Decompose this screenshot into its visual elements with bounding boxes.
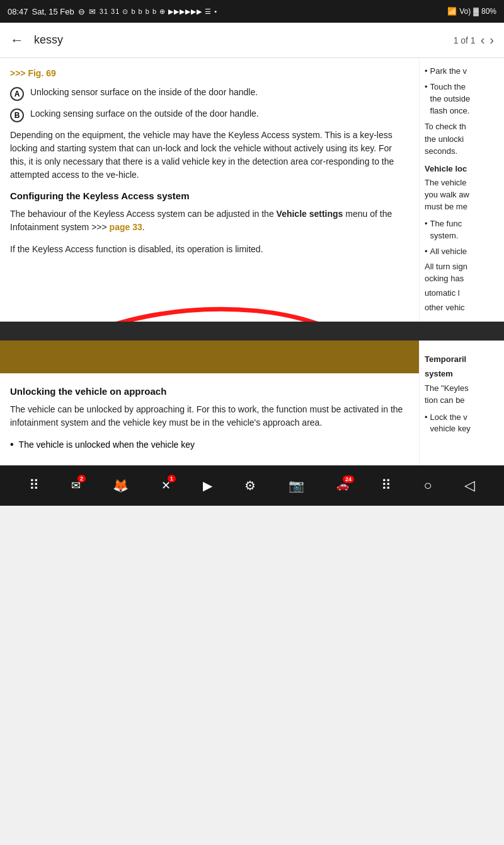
play-icon[interactable]: ▶ (203, 478, 212, 493)
right-bullet-all-vehicle: • All vehicle (425, 246, 499, 258)
right-column-1: • Park the v • Touch the the outside fla… (419, 58, 504, 322)
right-heading-vehicle-loc: Vehicle loc (425, 163, 499, 175)
right-bullet-park: • Park the v (425, 66, 499, 78)
battery-indicator: ▓ (473, 7, 479, 16)
right2-bullet-lock: • Lock the v vehicle key (425, 412, 499, 436)
second-section-heading: Unlocking the vehicle on approach (10, 386, 409, 397)
body-text-2-start: The behaviour of the Keyless Access syst… (10, 209, 277, 219)
app-icon-8[interactable]: 🚗 24 (336, 479, 349, 491)
date: Sat, 15 Feb (32, 7, 74, 16)
home-button[interactable]: ○ (424, 477, 432, 494)
list-item-b: B Locking sensing surface on the outside… (10, 107, 409, 122)
twitter-icon[interactable]: ✕ 1 (161, 479, 171, 492)
right-bullet-func: • The func system. (425, 218, 499, 242)
second-page-left-content: Unlocking the vehicle on approach The ve… (0, 373, 419, 465)
svg-point-0 (3, 298, 388, 322)
marker-a: A (10, 87, 24, 101)
first-page-content: >>> Fig. 69 A Unlocking sensor surface o… (0, 58, 419, 322)
status-left: 08:47 Sat, 15 Feb ⊖ ✉ 31 31 ⊙ b b b b ⊕ … (8, 7, 217, 16)
camera-icon[interactable]: 📷 (289, 478, 304, 493)
gmail-icon[interactable]: ✉ 2 (71, 479, 81, 492)
back-button[interactable]: ← (10, 32, 24, 49)
firefox-icon[interactable]: 🦊 (113, 478, 129, 493)
second-body-text: The vehicle can be unlocked by approachi… (10, 403, 409, 429)
right-para-auto: utomatic l (425, 288, 499, 300)
search-bar: ← 1 of 1 ‹ › (0, 23, 504, 58)
right2-para: The "Keyles tion can be (425, 383, 499, 407)
list-item-a: A Unlocking sensor surface on the inside… (10, 86, 409, 101)
annotation-circle (0, 298, 416, 322)
second-bullet-text: The vehicle is unlocked when the vehicle… (19, 438, 195, 452)
right-para-vehicle: The vehicle you walk aw must be me (425, 177, 499, 213)
mail-icon: ✉ (89, 7, 96, 16)
app-badge-8: 24 (343, 475, 354, 483)
battery-level: 80% (481, 7, 496, 16)
page-separator (0, 322, 504, 341)
next-result-button[interactable]: › (490, 33, 494, 47)
right-para-turn: All turn sign ocking has (425, 261, 499, 285)
section-color-bar (0, 341, 419, 373)
nav-bar: ⠿ ✉ 2 🦊 ✕ 1 ▶ ⚙ 📷 🚗 24 ⠿ ○ ◁ (0, 465, 504, 506)
status-bar: 08:47 Sat, 15 Feb ⊖ ✉ 31 31 ⊙ b b b b ⊕ … (0, 0, 504, 23)
apps-icon[interactable]: ⠿ (29, 477, 39, 494)
search-result-count: 1 of 1 (454, 35, 476, 45)
marker-b: B (10, 108, 24, 122)
notification-icons: 31 31 ⊙ b b b b ⊕ ▶▶▶▶▶▶ ☰ • (100, 8, 217, 16)
page-33-link[interactable]: page 33 (110, 222, 142, 232)
first-page-area: >>> Fig. 69 A Unlocking sensor surface o… (0, 58, 504, 322)
status-right: 📶 Vo) ▓ 80% (447, 7, 496, 16)
right-para-check: To check th the unlocki seconds. (425, 120, 499, 158)
item-b-text: Locking sensing surface on the outside o… (30, 107, 259, 120)
settings-icon[interactable]: ⚙ (244, 478, 256, 493)
fig-label: >>> Fig. 69 (10, 68, 409, 78)
right2-heading: Temporaril system (425, 353, 499, 380)
bullet-icon: • (10, 438, 14, 452)
second-page-area: Unlocking the vehicle on approach The ve… (0, 341, 504, 465)
signal-icon: Vo) (459, 7, 471, 16)
second-bullet-1: • The vehicle is unlocked when the vehic… (10, 438, 409, 452)
section-heading-1: Configuring the Keyless Access system (10, 190, 409, 201)
right-column-2: Temporaril system The "Keyles tion can b… (419, 341, 504, 465)
search-input[interactable] (34, 33, 444, 47)
twitter-badge: 1 (168, 475, 176, 482)
body-text-2-end: . (142, 222, 145, 232)
search-nav: 1 of 1 ‹ › (454, 33, 494, 47)
right-para-other: other vehic (425, 302, 499, 314)
body-text-2-bold: Vehicle settings (277, 209, 343, 219)
gmail-badge: 2 (77, 475, 86, 482)
body-text-2: The behaviour of the Keyless Access syst… (10, 207, 409, 234)
time: 08:47 (8, 7, 28, 16)
recents-button[interactable]: ⠿ (381, 477, 391, 494)
item-a-text: Unlocking sensor surface on the inside o… (30, 86, 258, 98)
back-nav-button[interactable]: ◁ (464, 477, 475, 494)
right-bullet-touch: • Touch the the outside flash once. (425, 81, 499, 117)
body-text-1: Depending on the equipment, the vehicle … (10, 129, 409, 182)
body-text-3: If the Keyless Access function is disabl… (10, 243, 409, 256)
wifi-icon: 📶 (447, 7, 457, 16)
do-not-disturb-icon: ⊖ (78, 7, 85, 16)
second-page-left: Unlocking the vehicle on approach The ve… (0, 341, 419, 465)
prev-result-button[interactable]: ‹ (481, 33, 485, 47)
